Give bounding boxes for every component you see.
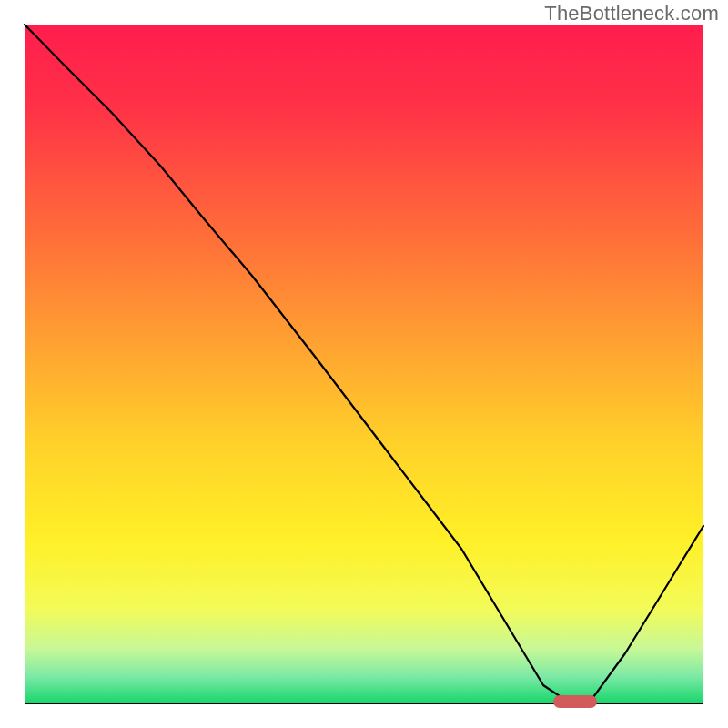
optimal-marker bbox=[553, 695, 597, 708]
gradient-background bbox=[25, 25, 703, 703]
watermark-text: TheBottleneck.com bbox=[544, 2, 719, 25]
bottleneck-chart bbox=[0, 0, 728, 728]
